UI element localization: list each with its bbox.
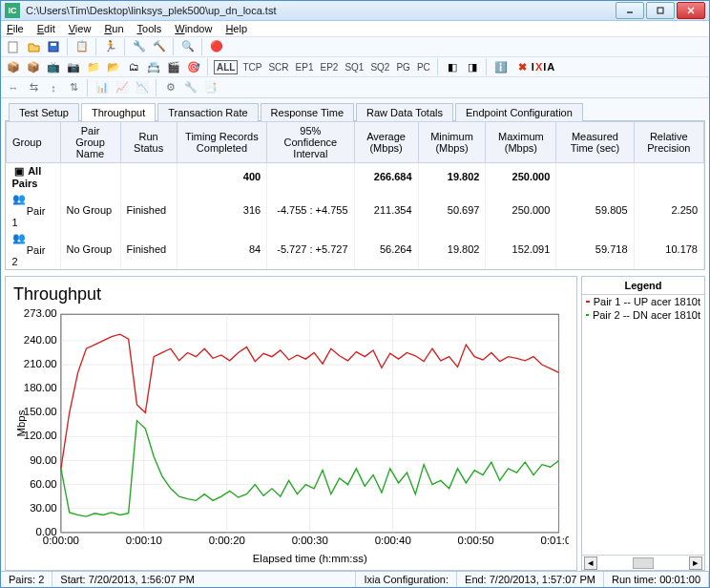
legend-title: Legend <box>582 277 704 295</box>
t2-d[interactable]: 📷 <box>65 58 82 75</box>
filter-scr[interactable]: SCR <box>266 62 290 73</box>
menu-run[interactable]: Run <box>104 23 123 34</box>
col-avg[interactable]: Average (Mbps) <box>354 121 418 162</box>
chart-title: Throughput <box>13 284 569 304</box>
t2-b[interactable]: 📦 <box>25 58 42 75</box>
t2-f[interactable]: 📂 <box>105 58 122 75</box>
t3-3[interactable]: ↕ <box>45 79 62 96</box>
t2-k[interactable]: ◧ <box>444 58 461 75</box>
t3-5[interactable]: 📊 <box>94 79 111 96</box>
col-time[interactable]: Measured Time (sec) <box>556 121 634 162</box>
save-icon[interactable] <box>45 38 62 55</box>
collapse-icon[interactable]: ▣ <box>12 165 26 178</box>
svg-text:0:00:00: 0:00:00 <box>43 535 79 546</box>
add2-icon[interactable]: 🔨 <box>151 38 168 55</box>
t2-a[interactable]: 📦 <box>5 58 22 75</box>
col-status[interactable]: Run Status <box>120 121 177 162</box>
help-icon[interactable]: 🔍 <box>179 38 197 55</box>
summary-row[interactable]: ▣ All Pairs 400 266.684 19.802 250.000 <box>7 162 704 191</box>
t3-4[interactable]: ⇅ <box>65 79 82 96</box>
scroll-left-icon[interactable]: ◂ <box>584 556 597 570</box>
filter-sq1[interactable]: SQ1 <box>343 62 365 73</box>
col-max[interactable]: Maximum (Mbps) <box>486 121 556 162</box>
table-row[interactable]: 👥 Pair 2 No GroupFinished 84 -5.727 : +5… <box>7 230 704 269</box>
scroll-right-icon[interactable]: ▸ <box>689 556 702 570</box>
tab-response-time[interactable]: Response Time <box>261 103 354 121</box>
svg-text:0:00:30: 0:00:30 <box>292 535 328 546</box>
t3-1[interactable]: ↔ <box>5 79 22 96</box>
t3-10[interactable]: 📑 <box>202 79 219 96</box>
t3-6[interactable]: 📈 <box>114 79 131 96</box>
filter-pc[interactable]: PC <box>415 62 432 73</box>
close-button[interactable] <box>677 2 705 19</box>
toolbar-3: ↔ ⇆ ↕ ⇅ 📊 📈 📉 ⚙ 🔧 📑 <box>1 76 709 96</box>
app-icon: IC <box>5 3 20 18</box>
tab-throughput[interactable]: Throughput <box>81 103 156 121</box>
filter-ep2[interactable]: EP2 <box>318 62 340 73</box>
tab-test-setup[interactable]: Test Setup <box>9 103 79 121</box>
svg-text:240.00: 240.00 <box>24 334 57 346</box>
svg-text:150.00: 150.00 <box>24 406 57 417</box>
legend-scrollbar[interactable]: ◂ ▸ <box>582 555 704 570</box>
svg-rect-1 <box>658 8 663 13</box>
legend-item[interactable]: Pair 1 -- UP acer 1810t <box>582 295 704 308</box>
status-pairs: Pairs: 2 <box>1 572 52 587</box>
svg-rect-6 <box>51 43 56 46</box>
stop-icon[interactable]: 🔴 <box>208 38 225 55</box>
maximize-button[interactable] <box>646 2 675 19</box>
copy-icon[interactable]: 📋 <box>73 38 91 55</box>
col-group[interactable]: Group <box>7 121 61 162</box>
new-icon[interactable] <box>5 38 22 55</box>
col-min[interactable]: Minimum (Mbps) <box>418 121 486 162</box>
filter-all[interactable]: ALL <box>214 60 238 74</box>
t2-l[interactable]: ◨ <box>464 58 481 75</box>
menu-file[interactable]: File <box>7 23 24 34</box>
col-ci[interactable]: 95% Confidence Interval <box>267 121 354 162</box>
t2-h[interactable]: 📇 <box>145 58 162 75</box>
svg-text:210.00: 210.00 <box>24 358 57 369</box>
col-prec[interactable]: Relative Precision <box>634 121 703 162</box>
filter-sq2[interactable]: SQ2 <box>368 62 391 73</box>
statusbar: Pairs: 2 Start: 7/20/2013, 1:56:07 PM Ix… <box>1 571 709 587</box>
tab-endpoint-config[interactable]: Endpoint Configuration <box>455 103 583 121</box>
col-pg-name[interactable]: Pair Group Name <box>60 121 120 162</box>
svg-text:Elapsed time (h:mm:ss): Elapsed time (h:mm:ss) <box>253 553 367 564</box>
menu-view[interactable]: View <box>69 23 92 34</box>
throughput-chart[interactable]: 0.0030.0060.0090.00120.00150.00180.00210… <box>13 308 569 566</box>
window-title: C:\Users\Tim\Desktop\linksys_plek500\up_… <box>26 5 616 16</box>
status-ixia: Ixia Configuration: <box>356 572 457 587</box>
menu-tools[interactable]: Tools <box>137 23 162 34</box>
t2-j[interactable]: 🎯 <box>185 58 202 75</box>
menu-window[interactable]: Window <box>175 23 212 34</box>
t2-e[interactable]: 📁 <box>85 58 102 75</box>
tab-transaction-rate[interactable]: Transaction Rate <box>157 103 258 121</box>
col-timing[interactable]: Timing Records Completed <box>177 121 266 162</box>
info-icon[interactable]: ℹ️ <box>492 58 510 75</box>
minimize-button[interactable] <box>616 2 644 19</box>
open-icon[interactable] <box>25 38 42 55</box>
svg-text:90.00: 90.00 <box>30 454 57 466</box>
filter-tcp[interactable]: TCP <box>240 62 263 73</box>
titlebar[interactable]: IC C:\Users\Tim\Desktop\linksys_plek500\… <box>1 1 709 21</box>
menu-edit[interactable]: Edit <box>37 23 55 34</box>
brand-logo: ✖ IXIA <box>518 61 555 74</box>
legend-item[interactable]: Pair 2 -- DN acer 1810t <box>582 308 704 322</box>
chart-panel: Throughput 0.0030.0060.0090.00120.00150.… <box>5 276 577 571</box>
add1-icon[interactable]: 🔧 <box>131 38 148 55</box>
tab-raw-data[interactable]: Raw Data Totals <box>356 103 453 121</box>
scroll-thumb[interactable] <box>633 557 654 569</box>
t3-8[interactable]: ⚙ <box>162 79 179 96</box>
filter-ep1[interactable]: EP1 <box>294 62 316 73</box>
svg-text:0:00:10: 0:00:10 <box>126 535 162 546</box>
t2-i[interactable]: 🎬 <box>165 58 182 75</box>
run-icon[interactable]: 🏃 <box>102 38 119 55</box>
t2-c[interactable]: 📺 <box>45 58 62 75</box>
t3-9[interactable]: 🔧 <box>182 79 199 96</box>
table-row[interactable]: 👥 Pair 1 No GroupFinished 316 -4.755 : +… <box>7 191 704 230</box>
t3-2[interactable]: ⇆ <box>25 79 42 96</box>
t3-7[interactable]: 📉 <box>134 79 151 96</box>
filter-pg[interactable]: PG <box>394 62 411 73</box>
menu-help[interactable]: Help <box>225 23 247 34</box>
t2-g[interactable]: 🗂 <box>125 58 142 75</box>
svg-rect-4 <box>9 42 17 52</box>
